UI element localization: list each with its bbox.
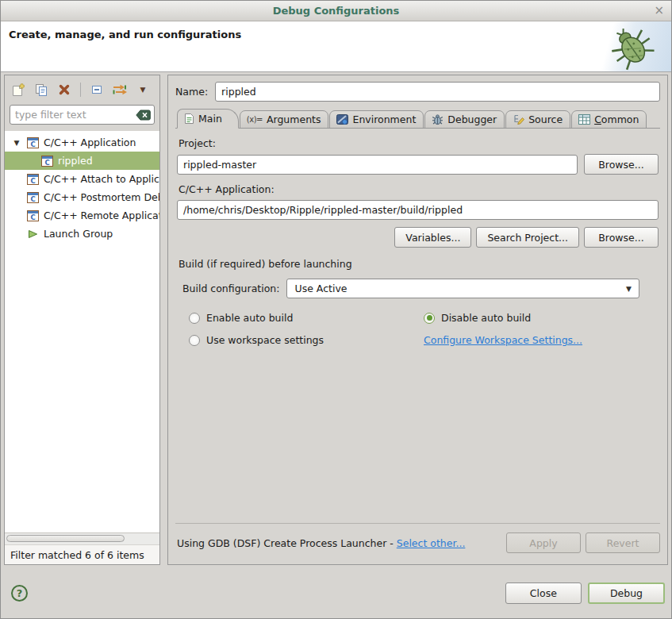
variables-button[interactable]: Variables... [394, 227, 471, 248]
close-icon[interactable]: × [654, 4, 664, 17]
collapse-all-icon [90, 83, 103, 96]
svg-text:C: C [30, 140, 35, 148]
select-other-link[interactable]: Select other... [397, 537, 466, 549]
radio-button-icon[interactable] [189, 335, 200, 346]
tree-item-label: C/C++ Postmortem Debugger [44, 191, 159, 203]
debugger-tab-icon [432, 113, 444, 125]
svg-text:C: C [44, 158, 49, 166]
tab-environment[interactable]: Environment [329, 110, 424, 129]
configurations-panel: ▼ ▼ C [4, 75, 160, 565]
scrollbar-thumb[interactable] [6, 535, 125, 542]
tree-item-cpp-application[interactable]: ▼ C C/C++ Application [5, 133, 159, 152]
banner-heading: Create, manage, and run configurations [9, 29, 241, 40]
search-project-button[interactable]: Search Project... [476, 227, 579, 248]
filter-area [5, 104, 159, 131]
tab-source[interactable]: Source [505, 110, 570, 129]
menu-dropdown-icon: ▼ [140, 86, 146, 94]
arguments-icon: (x)= [247, 115, 263, 124]
svg-text:C: C [30, 176, 35, 184]
tab-common[interactable]: Common [571, 110, 647, 129]
apply-button[interactable]: Apply [506, 532, 581, 553]
duplicate-icon [34, 83, 48, 97]
tree-item-cpp-attach[interactable]: C C/C++ Attach to Application [5, 170, 159, 188]
debug-configurations-dialog: Debug Configurations × Create, manage, a… [0, 0, 672, 619]
tree-item-label: C/C++ Application [44, 136, 136, 148]
duplicate-button[interactable] [33, 82, 49, 98]
new-configuration-button[interactable] [10, 82, 26, 98]
collapse-all-button[interactable] [89, 82, 105, 98]
help-icon[interactable]: ? [11, 585, 28, 602]
filter-input[interactable] [10, 105, 155, 125]
main-tab-content: Project: Browse... C/C++ Application: Va… [175, 128, 660, 523]
header-banner: Create, manage, and run configurations [1, 21, 671, 72]
tree-item-cpp-remote[interactable]: C C/C++ Remote Application [5, 206, 159, 225]
tree-item-label: C/C++ Remote Application [44, 210, 159, 221]
tree-item-label: C/C++ Attach to Application [44, 173, 159, 185]
radio-disable-auto-build[interactable]: Disable auto build [424, 312, 659, 324]
build-configuration-select[interactable]: Use Active ▼ [286, 279, 639, 298]
tree-item-cpp-postmortem[interactable]: C C/C++ Postmortem Debugger [5, 188, 159, 206]
name-label: Name: [175, 86, 208, 98]
delete-button[interactable] [56, 82, 72, 98]
c-application-icon: C [27, 210, 39, 221]
launch-group-icon [27, 229, 39, 240]
c-application-icon: C [27, 137, 39, 148]
tab-debugger[interactable]: Debugger [424, 110, 505, 129]
tab-bar: Main (x)= Arguments Environment [175, 109, 660, 128]
radio-button-icon[interactable] [189, 313, 200, 324]
tab-arguments[interactable]: (x)= Arguments [240, 110, 329, 129]
tab-main[interactable]: Main [177, 109, 239, 129]
window-title: Debug Configurations [273, 5, 400, 17]
project-label: Project: [179, 137, 659, 149]
launcher-text: Using GDB (DSF) Create Process Launcher … [177, 537, 394, 549]
c-application-icon: C [27, 192, 39, 203]
toolbar-menu-button[interactable]: ▼ [135, 82, 151, 98]
tree-horizontal-scrollbar[interactable] [5, 532, 159, 544]
expander-icon[interactable]: ▼ [11, 139, 22, 147]
main-area: ▼ ▼ C [1, 72, 671, 567]
titlebar[interactable]: Debug Configurations × [1, 1, 671, 21]
filter-button[interactable] [112, 82, 128, 98]
debug-button[interactable]: Debug [588, 582, 665, 604]
bug-icon [608, 23, 657, 72]
application-label: C/C++ Application: [179, 183, 659, 195]
project-browse-button[interactable]: Browse... [584, 154, 659, 175]
tree-item-rippled[interactable]: C rippled [5, 152, 159, 170]
environment-tab-icon [336, 114, 348, 125]
configuration-form-panel: Name: Main (x)= Arguments [167, 75, 668, 565]
build-configuration-value: Use Active [294, 283, 347, 294]
build-section-label: Build (if required) before launching [179, 258, 659, 270]
chevron-down-icon: ▼ [626, 285, 632, 293]
common-tab-icon [578, 114, 590, 125]
delete-icon [58, 83, 71, 96]
tree-item-label: Launch Group [44, 228, 113, 240]
application-path-input[interactable] [177, 200, 659, 220]
launcher-row: Using GDB (DSF) Create Process Launcher … [175, 523, 660, 559]
project-input[interactable] [177, 155, 578, 175]
configure-workspace-settings-link[interactable]: Configure Workspace Settings... [424, 334, 582, 346]
application-browse-button[interactable]: Browse... [584, 227, 659, 248]
clear-filter-icon[interactable] [136, 110, 151, 123]
c-application-icon: C [41, 156, 53, 167]
revert-button[interactable]: Revert [586, 532, 660, 553]
radio-use-workspace-settings[interactable]: Use workspace settings [189, 334, 424, 346]
radio-enable-auto-build[interactable]: Enable auto build [189, 312, 424, 324]
svg-text:C: C [30, 194, 35, 202]
filter-icon [112, 83, 128, 96]
close-button[interactable]: Close [505, 582, 582, 604]
tree-item-launch-group[interactable]: Launch Group [5, 225, 159, 243]
svg-text:C: C [30, 213, 35, 221]
radio-button-selected-icon[interactable] [424, 313, 435, 324]
launch-toolbar: ▼ [5, 75, 159, 104]
c-application-icon: C [27, 174, 39, 185]
configurations-tree: ▼ C C/C++ Application C rippled C [5, 131, 159, 532]
tree-item-label: rippled [58, 155, 93, 167]
source-tab-icon [513, 113, 524, 125]
dialog-button-bar: ? Close Debug [1, 567, 671, 618]
new-configuration-icon [11, 83, 25, 97]
toolbar-separator [80, 83, 81, 97]
build-configuration-label: Build configuration: [182, 283, 279, 294]
filter-status: Filter matched 6 of 6 items [5, 544, 159, 564]
name-input[interactable] [215, 82, 660, 102]
main-tab-icon [184, 113, 194, 125]
